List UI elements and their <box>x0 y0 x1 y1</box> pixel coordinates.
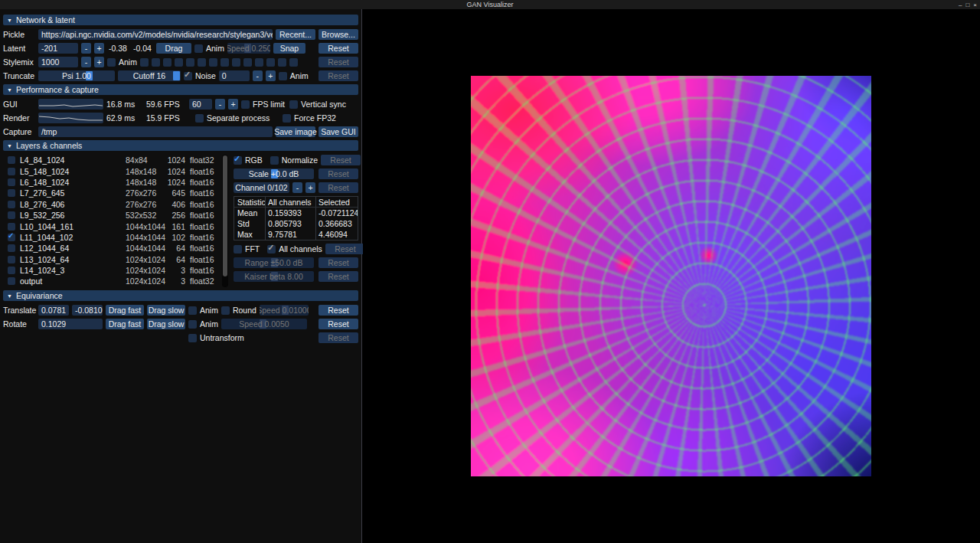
noise-anim-checkbox[interactable] <box>279 72 287 80</box>
stylemix-layer-checkbox[interactable] <box>232 58 240 67</box>
force-fp32-checkbox[interactable] <box>283 114 291 123</box>
section-header-network-latent[interactable]: ▼ Network & latent <box>3 15 358 25</box>
recent-button[interactable]: Recent... <box>276 29 315 40</box>
stylemix-layer-checkbox[interactable] <box>152 58 160 67</box>
layer-row[interactable]: L12_1044_64 1044x1044 64 float16 <box>3 243 220 254</box>
latent-x-value[interactable]: -0.38 <box>107 44 129 53</box>
fps-minus-button[interactable]: - <box>215 99 225 110</box>
translate-drag-fast-button[interactable]: Drag fast <box>106 305 144 316</box>
rotate-drag-fast-button[interactable]: Drag fast <box>106 319 144 329</box>
translate-round-checkbox[interactable] <box>221 306 230 315</box>
layer-checkbox[interactable] <box>8 277 15 285</box>
section-header-layers[interactable]: ▼ Layers & channels <box>3 140 358 151</box>
stylemix-layer-checkbox[interactable] <box>289 58 298 67</box>
fps-limit-input[interactable]: 60 <box>189 99 212 110</box>
stylemix-seed-input[interactable]: 1000 <box>38 57 78 67</box>
untransform-checkbox[interactable] <box>188 334 197 342</box>
kaiser-reset-button[interactable]: Reset <box>318 271 358 282</box>
cutoff-slider[interactable]: Cutoff 16 <box>118 70 181 81</box>
latent-reset-button[interactable]: Reset <box>318 43 358 54</box>
rgb-checkbox[interactable] <box>234 156 242 165</box>
capture-path-input[interactable]: /tmp <box>38 126 273 137</box>
translate-x-input[interactable]: 0.0781 <box>38 305 69 316</box>
layer-checkbox[interactable] <box>8 267 15 274</box>
slider-grab[interactable] <box>173 71 180 80</box>
latent-anim-checkbox[interactable] <box>194 44 203 53</box>
latent-seed-input[interactable]: -201 <box>38 43 78 54</box>
layer-row[interactable]: L5_148_1024 148x148 1024 float16 <box>3 165 220 176</box>
layer-row[interactable]: L13_1024_64 1024x1024 64 float16 <box>3 254 220 265</box>
latent-minus-button[interactable]: - <box>81 43 91 54</box>
layer-list-scrollbar[interactable] <box>222 155 228 287</box>
stylemix-plus-button[interactable]: + <box>94 57 104 67</box>
layer-checkbox[interactable] <box>8 168 15 175</box>
latent-drag-button[interactable]: Drag <box>156 43 191 54</box>
vsync-checkbox[interactable] <box>289 100 298 109</box>
stylemix-layer-checkbox[interactable] <box>243 58 252 67</box>
browse-button[interactable]: Browse... <box>318 29 358 40</box>
layer-row[interactable]: L4_84_1024 84x84 1024 float32 <box>3 155 220 165</box>
latent-y-value[interactable]: -0.04 <box>132 44 153 53</box>
psi-slider[interactable]: Psi 1.00 <box>38 70 115 81</box>
layer-row[interactable]: L6_148_1024 148x148 1024 float16 <box>3 177 220 188</box>
layer-row[interactable]: L9_532_256 532x532 256 float16 <box>3 210 220 221</box>
rgb-reset-button[interactable]: Reset <box>321 155 361 165</box>
layer-row[interactable]: L11_1044_102 1044x1044 102 float16 <box>3 232 220 243</box>
stylemix-layer-checkbox[interactable] <box>220 58 229 67</box>
rotate-angle-input[interactable]: 0.1029 <box>38 319 103 329</box>
stylemix-layer-checkbox[interactable] <box>209 58 217 67</box>
stylemix-layer-checkbox[interactable] <box>140 58 149 67</box>
translate-y-input[interactable]: -0.0810 <box>72 305 103 316</box>
maximize-icon[interactable]: □ <box>965 2 969 8</box>
layer-checkbox[interactable] <box>8 244 15 252</box>
layer-checkbox[interactable] <box>8 234 15 241</box>
latent-snap-button[interactable]: Snap <box>273 43 305 54</box>
layer-row[interactable]: L8_276_406 276x276 406 float16 <box>3 199 220 210</box>
channel-reset-button[interactable]: Reset <box>318 182 358 193</box>
layer-row[interactable]: L14_1024_3 1024x1024 3 float16 <box>3 265 220 276</box>
untransform-reset-button[interactable]: Reset <box>318 332 358 343</box>
translate-drag-slow-button[interactable]: Drag slow <box>147 305 185 316</box>
scrollbar-thumb[interactable] <box>223 155 227 276</box>
stylemix-layer-checkbox[interactable] <box>266 58 275 67</box>
noise-input[interactable]: 0 <box>219 70 250 81</box>
save-gui-button[interactable]: Save GUI <box>318 126 358 137</box>
range-reset-button[interactable]: Reset <box>318 257 358 268</box>
truncate-reset-button[interactable]: Reset <box>318 70 358 81</box>
stylemix-layer-checkbox[interactable] <box>278 58 286 67</box>
layer-checkbox[interactable] <box>8 156 15 164</box>
stylemix-anim-checkbox[interactable] <box>107 58 116 67</box>
noise-plus-button[interactable]: + <box>266 70 276 81</box>
stylemix-layer-checkbox[interactable] <box>186 58 194 67</box>
fps-limit-checkbox[interactable] <box>241 100 250 109</box>
scale-slider[interactable]: Scale +0.0 dB <box>234 168 314 179</box>
stylemix-layer-checkbox[interactable] <box>255 58 263 67</box>
separate-process-checkbox[interactable] <box>195 114 204 123</box>
section-header-equivariance[interactable]: ▼ Equivariance <box>3 290 358 301</box>
save-image-button[interactable]: Save image <box>276 126 315 137</box>
noise-minus-button[interactable]: - <box>253 70 263 81</box>
rotate-reset-button[interactable]: Reset <box>318 319 358 329</box>
stylemix-layer-checkbox[interactable] <box>163 58 172 67</box>
normalize-checkbox[interactable] <box>270 156 279 165</box>
section-header-performance[interactable]: ▼ Performance & capture <box>3 84 358 95</box>
latent-plus-button[interactable]: + <box>94 43 104 54</box>
rotate-anim-checkbox[interactable] <box>188 320 197 329</box>
layer-row[interactable]: L10_1044_161 1044x1044 161 float16 <box>3 221 220 231</box>
layer-checkbox[interactable] <box>8 178 15 186</box>
all-channels-checkbox[interactable] <box>267 245 276 254</box>
channel-drag[interactable]: Channel 0/102 <box>234 182 289 193</box>
layer-checkbox[interactable] <box>8 201 15 208</box>
stylemix-minus-button[interactable]: - <box>81 57 91 67</box>
scale-reset-button[interactable]: Reset <box>318 168 358 179</box>
stylemix-layer-checkbox[interactable] <box>198 58 206 67</box>
stylemix-reset-button[interactable]: Reset <box>318 57 358 67</box>
rotate-drag-slow-button[interactable]: Drag slow <box>147 319 185 329</box>
fps-plus-button[interactable]: + <box>228 99 238 110</box>
layer-row[interactable]: output 1024x1024 3 float32 <box>3 276 220 286</box>
layer-checkbox[interactable] <box>8 211 15 219</box>
layer-checkbox[interactable] <box>8 189 15 197</box>
minimize-icon[interactable]: – <box>959 2 962 8</box>
translate-anim-checkbox[interactable] <box>188 306 197 315</box>
fft-reset-button[interactable]: Reset <box>325 244 365 254</box>
